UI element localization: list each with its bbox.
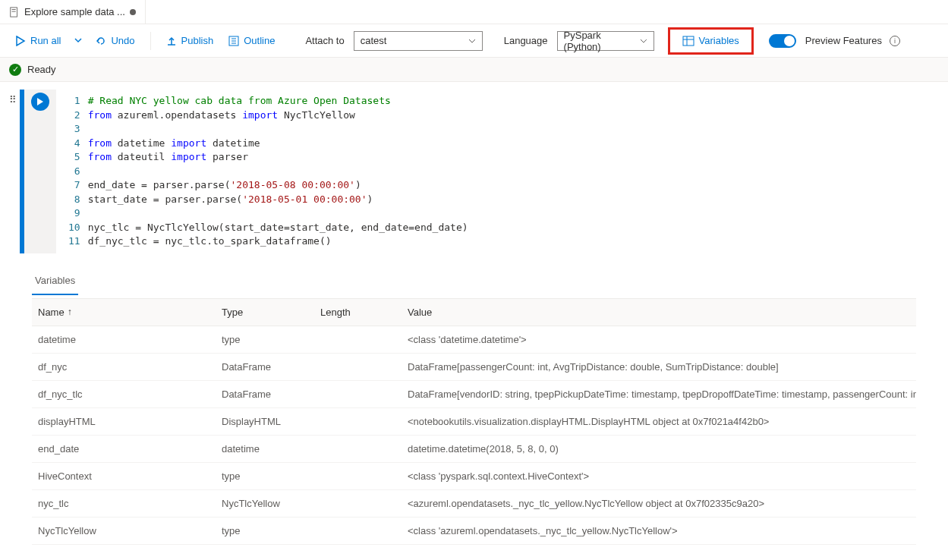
status-bar: ✓ Ready (0, 58, 948, 82)
toggle-knob (784, 36, 795, 46)
var-value: DataFrame[passengerCount: int, AvgTripDi… (402, 354, 916, 380)
var-value: <class 'datetime.datetime'> (402, 326, 916, 353)
variables-panel: Variables Name ↑ Type Length Value datet… (0, 261, 948, 545)
var-name: df_nyc (32, 354, 216, 380)
tab-bar: Explore sample data ... (0, 0, 948, 24)
table-row[interactable]: NycTlcYellow type <class 'azureml.openda… (32, 518, 916, 545)
toolbar: Run all Undo Publish Outline Attach to c… (0, 24, 948, 58)
cell-gutter (24, 90, 56, 253)
code-cell: ⠿ 1234567891011 # Read NYC yellow cab da… (0, 82, 948, 261)
column-header-type[interactable]: Type (216, 299, 314, 326)
svg-rect-0 (11, 7, 17, 16)
var-length (314, 408, 402, 435)
var-name: displayHTML (32, 408, 216, 435)
var-name: HiveContext (32, 463, 216, 489)
play-icon (36, 98, 44, 105)
var-value: DataFrame[vendorID: string, tpepPickupDa… (402, 381, 916, 407)
info-icon[interactable]: i (890, 36, 900, 46)
var-value: <azureml.opendatasets._nyc_tlc_yellow.Ny… (402, 490, 916, 517)
var-name: df_nyc_tlc (32, 381, 216, 407)
chevron-down-icon (468, 37, 476, 45)
divider (150, 32, 151, 50)
var-length (314, 381, 402, 407)
var-type: NycTlcYellow (216, 490, 314, 517)
undo-icon (96, 36, 106, 46)
var-value: <notebookutils.visualization.displayHTML… (402, 408, 916, 435)
var-name: NycTlcYellow (32, 518, 216, 544)
svg-rect-10 (683, 36, 694, 46)
var-value: datetime.datetime(2018, 5, 8, 0, 0) (402, 436, 916, 462)
table-row[interactable]: datetime type <class 'datetime.datetime'… (32, 326, 916, 354)
preview-features-toggle[interactable] (769, 34, 796, 48)
var-length (314, 490, 402, 517)
var-name: datetime (32, 326, 216, 353)
var-name: nyc_tlc (32, 490, 216, 517)
var-type: DataFrame (216, 381, 314, 407)
code-editor[interactable]: # Read NYC yellow cab data from Azure Op… (88, 90, 948, 253)
status-text: Ready (27, 64, 56, 75)
column-header-length[interactable]: Length (314, 299, 402, 326)
run-cell-button[interactable] (31, 93, 49, 111)
language-label: Language (504, 35, 548, 46)
table-row[interactable]: nyc_tlc NycTlcYellow <azureml.opendatase… (32, 490, 916, 518)
var-length (314, 436, 402, 462)
variables-table: Name ↑ Type Length Value datetime type <… (32, 298, 916, 545)
chevron-down-icon (640, 37, 647, 45)
table-row[interactable]: df_nyc DataFrame DataFrame[passengerCoun… (32, 354, 916, 381)
var-value: <class 'azureml.opendatasets._nyc_tlc_ye… (402, 518, 916, 544)
variables-table-header: Name ↑ Type Length Value (32, 298, 916, 326)
column-header-value[interactable]: Value (402, 299, 916, 326)
variables-tab[interactable]: Variables (32, 269, 78, 295)
outline-button[interactable]: Outline (222, 32, 281, 49)
undo-button[interactable]: Undo (90, 32, 140, 49)
table-row[interactable]: HiveContext type <class 'pyspark.sql.con… (32, 463, 916, 490)
variables-icon (682, 36, 694, 46)
svg-marker-13 (37, 98, 43, 105)
line-numbers: 1234567891011 (56, 90, 88, 253)
language-select[interactable]: PySpark (Python) (557, 31, 654, 51)
variables-button[interactable]: Variables (676, 32, 745, 49)
var-type: type (216, 518, 314, 544)
publish-icon (166, 36, 177, 46)
sort-ascending-icon: ↑ (68, 307, 72, 317)
var-value: <class 'pyspark.sql.context.HiveContext'… (402, 463, 916, 489)
var-length (314, 326, 402, 353)
var-name: end_date (32, 436, 216, 462)
preview-features-label: Preview Features (805, 35, 882, 46)
run-all-button[interactable]: Run all (9, 32, 67, 49)
chevron-down-icon (74, 36, 82, 44)
var-length (314, 463, 402, 489)
attach-to-select[interactable]: catest (354, 31, 483, 51)
status-check-icon: ✓ (9, 64, 21, 76)
table-row[interactable]: df_nyc_tlc DataFrame DataFrame[vendorID:… (32, 381, 916, 408)
notebook-tab[interactable]: Explore sample data ... (0, 0, 146, 24)
tab-title: Explore sample data ... (24, 6, 125, 17)
unsaved-dot-icon (130, 9, 136, 15)
var-length (314, 518, 402, 544)
var-type: datetime (216, 436, 314, 462)
var-type: type (216, 326, 314, 353)
cell-drag-handle[interactable]: ⠿ (6, 90, 20, 253)
outline-icon (228, 36, 239, 46)
svg-marker-3 (17, 36, 24, 46)
variables-button-highlight: Variables (668, 27, 754, 55)
run-all-dropdown[interactable] (70, 32, 87, 49)
var-type: DataFrame (216, 354, 314, 380)
table-row[interactable]: end_date datetime datetime.datetime(2018… (32, 436, 916, 463)
column-header-name[interactable]: Name ↑ (32, 299, 216, 326)
var-type: type (216, 463, 314, 489)
var-length (314, 354, 402, 380)
notebook-icon (9, 7, 20, 17)
attach-to-label: Attach to (305, 35, 344, 46)
publish-button[interactable]: Publish (160, 32, 220, 49)
table-row[interactable]: displayHTML DisplayHTML <notebookutils.v… (32, 408, 916, 436)
var-type: DisplayHTML (216, 408, 314, 435)
play-icon (15, 36, 26, 46)
